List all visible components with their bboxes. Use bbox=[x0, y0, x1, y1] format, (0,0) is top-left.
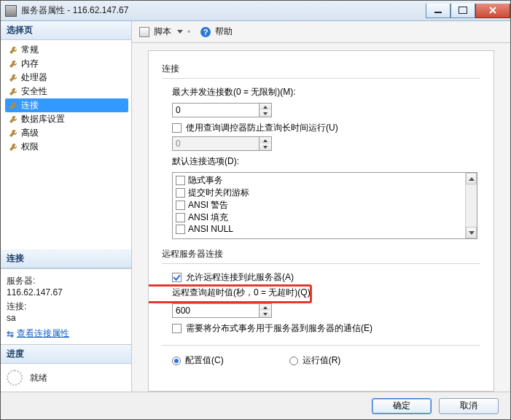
allow-remote-checkbox[interactable] bbox=[172, 273, 182, 282]
use-governor-label: 使用查询调控器防止查询长时间运行(U) bbox=[186, 122, 338, 134]
sidebar-item-label: 高级 bbox=[21, 127, 39, 139]
right-column: 脚本 • ? 帮助 连接 最大并发连接数(0 = 无限制)(M): bbox=[132, 21, 510, 392]
wrench-icon bbox=[8, 59, 18, 69]
wrench-icon bbox=[8, 101, 18, 111]
wrench-icon bbox=[8, 142, 18, 152]
progress-header: 进度 bbox=[1, 345, 131, 364]
sidebar-item-database-settings[interactable]: 数据库设置 bbox=[5, 112, 128, 126]
option-checkbox[interactable] bbox=[176, 188, 185, 198]
wrench-icon bbox=[8, 73, 18, 83]
remote-timeout-input[interactable] bbox=[172, 303, 260, 318]
list-item[interactable]: ANSI NULL bbox=[176, 224, 462, 234]
select-page-header: 选择页 bbox=[1, 21, 131, 40]
option-label: 提交时关闭游标 bbox=[188, 187, 249, 199]
radio-icon bbox=[289, 357, 298, 365]
sidebar-item-security[interactable]: 安全性 bbox=[5, 85, 128, 98]
left-column: 选择页 常规 内存 处理器 安全性 连接 bbox=[1, 21, 132, 392]
connection-pane: 服务器: 116.62.147.67 连接: sa ⇆ 查看连接属性 bbox=[1, 268, 131, 344]
page-tree: 常规 内存 处理器 安全性 连接 数据库设置 bbox=[1, 40, 131, 160]
allow-remote-label: 允许远程连接到此服务器(A) bbox=[186, 271, 294, 284]
spin-down-button[interactable] bbox=[260, 110, 271, 117]
dtc-label: 需要将分布式事务用于服务器到服务器的通信(E) bbox=[186, 322, 372, 335]
connection-header: 连接 bbox=[1, 249, 131, 268]
sidebar-item-permissions[interactable]: 权限 bbox=[5, 140, 128, 154]
sidebar-item-connections[interactable]: 连接 bbox=[5, 98, 128, 112]
conn-value: sa bbox=[7, 313, 125, 323]
script-button[interactable]: 脚本 bbox=[154, 26, 171, 38]
spin-down-button[interactable] bbox=[260, 311, 271, 317]
radio-icon bbox=[172, 357, 181, 365]
dialog-footer: 确定 取消 bbox=[1, 392, 510, 419]
connection-properties-icon: ⇆ bbox=[7, 329, 14, 339]
scroll-down-button[interactable] bbox=[466, 227, 477, 238]
option-checkbox[interactable] bbox=[176, 201, 185, 210]
sidebar-item-memory[interactable]: 内存 bbox=[5, 57, 128, 71]
use-governor-checkbox[interactable] bbox=[172, 123, 182, 133]
max-connections-label: 最大并发连接数(0 = 无限制)(M): bbox=[172, 86, 296, 98]
cancel-button[interactable]: 取消 bbox=[439, 398, 499, 414]
conn-label: 连接: bbox=[7, 300, 125, 313]
sidebar-item-advanced[interactable]: 高级 bbox=[5, 126, 128, 140]
help-button[interactable]: 帮助 bbox=[215, 26, 233, 38]
toolbar: 脚本 • ? 帮助 bbox=[132, 21, 510, 43]
window-title: 服务器属性 - 116.62.147.67 bbox=[21, 4, 426, 17]
running-radio-label: 运行值(R) bbox=[303, 354, 341, 367]
scrollbar[interactable] bbox=[465, 173, 477, 238]
spin-up-button[interactable] bbox=[260, 304, 271, 311]
app-icon bbox=[5, 5, 17, 17]
wrench-icon bbox=[8, 114, 18, 125]
list-item[interactable]: ANSI 警告 bbox=[176, 199, 462, 211]
script-icon bbox=[139, 27, 149, 37]
option-checkbox[interactable] bbox=[176, 176, 185, 185]
option-checkbox[interactable] bbox=[176, 225, 185, 234]
wrench-icon bbox=[8, 87, 18, 97]
view-connection-properties-link[interactable]: 查看连接属性 bbox=[17, 327, 69, 340]
list-item[interactable]: 提交时关闭游标 bbox=[176, 187, 462, 199]
governor-cost-input bbox=[172, 136, 260, 151]
sidebar-item-label: 连接 bbox=[21, 99, 39, 112]
spin-up-button[interactable] bbox=[260, 104, 271, 110]
configured-radio-label: 配置值(C) bbox=[185, 354, 224, 367]
sidebar-item-processors[interactable]: 处理器 bbox=[5, 71, 128, 85]
script-dropdown-arrow-icon[interactable] bbox=[177, 30, 183, 34]
progress-spinner-icon bbox=[7, 370, 23, 386]
option-label: 隐式事务 bbox=[188, 174, 223, 187]
option-label: ANSI 警告 bbox=[188, 199, 228, 211]
spin-up-button bbox=[260, 137, 271, 144]
dtc-checkbox[interactable] bbox=[172, 324, 182, 333]
sidebar-item-label: 内存 bbox=[21, 58, 39, 70]
configured-radio[interactable]: 配置值(C) bbox=[172, 354, 224, 367]
list-item[interactable]: ANSI 填充 bbox=[176, 211, 462, 224]
spin-down-button bbox=[260, 144, 271, 150]
sidebar-item-label: 数据库设置 bbox=[21, 113, 65, 125]
option-label: ANSI 填充 bbox=[188, 211, 228, 224]
main-panel: 连接 最大并发连接数(0 = 无限制)(M): 使用查询调控器防止查询长时间运行… bbox=[148, 50, 494, 392]
list-item[interactable]: 隐式事务 bbox=[176, 174, 462, 187]
minimize-button[interactable] bbox=[426, 4, 450, 18]
scroll-track[interactable] bbox=[466, 184, 477, 227]
maximize-button[interactable] bbox=[450, 4, 475, 18]
ok-button-label: 确定 bbox=[393, 400, 410, 412]
divider bbox=[162, 78, 480, 79]
ok-button[interactable]: 确定 bbox=[372, 398, 432, 414]
sidebar-item-label: 安全性 bbox=[21, 85, 47, 98]
help-icon: ? bbox=[200, 27, 211, 37]
default-options-listbox[interactable]: 隐式事务 提交时关闭游标 ANSI 警告 ANSI 填充 ANSI NULL bbox=[172, 172, 477, 239]
max-connections-input[interactable] bbox=[172, 103, 260, 117]
close-button[interactable] bbox=[475, 4, 510, 18]
sidebar-item-label: 处理器 bbox=[21, 71, 47, 84]
sidebar-item-label: 常规 bbox=[21, 44, 39, 56]
cancel-button-label: 取消 bbox=[460, 400, 477, 412]
sidebar-item-general[interactable]: 常规 bbox=[5, 43, 128, 57]
option-label: ANSI NULL bbox=[188, 224, 233, 234]
running-radio[interactable]: 运行值(R) bbox=[289, 354, 341, 367]
remote-timeout-label: 远程查询超时值(秒，0 = 无超时)(Q): bbox=[172, 287, 313, 299]
connections-section-label: 连接 bbox=[162, 63, 480, 75]
sidebar-item-label: 权限 bbox=[21, 141, 39, 153]
wrench-icon bbox=[8, 45, 18, 55]
scroll-up-button[interactable] bbox=[466, 173, 477, 184]
option-checkbox[interactable] bbox=[176, 213, 185, 222]
remote-section-label: 远程服务器连接 bbox=[162, 248, 480, 260]
progress-pane: 进度 就绪 bbox=[1, 344, 131, 392]
wrench-icon bbox=[8, 128, 18, 139]
